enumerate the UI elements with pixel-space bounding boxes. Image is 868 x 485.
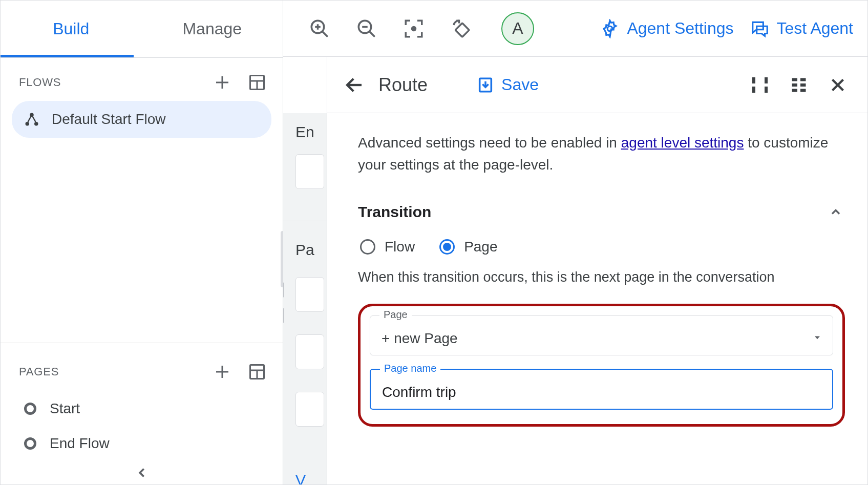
svg-rect-26 [765, 77, 768, 83]
save-label: Save [501, 75, 539, 94]
page-select-field[interactable]: Page + new Page [370, 315, 833, 355]
svg-rect-29 [792, 78, 798, 81]
agent-settings-button[interactable]: Agent Settings [600, 19, 733, 38]
tab-build[interactable]: Build [1, 1, 142, 57]
svg-rect-27 [752, 87, 755, 93]
svg-marker-37 [815, 336, 820, 339]
pages-grid-button[interactable] [247, 362, 267, 382]
flows-title: FLOWS [19, 76, 61, 89]
tab-manage[interactable]: Manage [142, 1, 283, 57]
avatar[interactable]: A [501, 12, 534, 45]
page-name-label: Page name [380, 363, 440, 374]
svg-rect-28 [765, 87, 768, 93]
page-item-end-flow[interactable]: End Flow [19, 426, 267, 461]
svg-line-14 [322, 31, 328, 37]
advanced-settings-notice: Advanced settings need to be enabled in … [358, 132, 845, 176]
svg-rect-30 [800, 78, 806, 81]
agent-settings-label: Agent Settings [627, 19, 733, 38]
canvas-node[interactable] [295, 277, 324, 312]
radio-flow[interactable]: Flow [360, 239, 415, 255]
route-panel: Route Save [327, 57, 867, 484]
svg-point-6 [26, 122, 30, 126]
zoom-in-button[interactable] [307, 16, 332, 41]
transition-section-title: Transition [358, 203, 431, 221]
page-item-label: End Flow [50, 435, 110, 452]
test-agent-label: Test Agent [777, 19, 853, 38]
page-item-label: Start [50, 400, 80, 417]
page-select-value: + new Page [382, 330, 458, 347]
svg-rect-21 [455, 23, 469, 37]
transition-type-radio-group: Flow Page [358, 239, 845, 255]
toolbar: A Agent Settings Test Agent [283, 1, 867, 57]
flow-icon [24, 112, 39, 127]
page-name-input[interactable] [382, 384, 822, 400]
minimize-button[interactable] [789, 75, 809, 95]
flows-grid-button[interactable] [247, 72, 267, 93]
flow-item-label: Default Start Flow [52, 111, 166, 128]
canvas-view-link[interactable]: V [295, 472, 306, 484]
save-icon [477, 76, 494, 94]
canvas-node[interactable] [295, 334, 324, 369]
test-agent-button[interactable]: Test Agent [750, 19, 853, 38]
highlighted-region: Page + new Page Page name [358, 304, 845, 427]
zoom-out-button[interactable] [354, 16, 379, 41]
radio-page-label: Page [464, 239, 497, 255]
pages-section: PAGES Start [1, 343, 283, 461]
close-button[interactable] [828, 75, 848, 95]
svg-point-7 [34, 122, 38, 126]
svg-rect-33 [792, 89, 798, 92]
sidebar-tabs: Build Manage [1, 1, 283, 58]
back-button[interactable] [343, 73, 366, 97]
canvas-node[interactable] [295, 392, 324, 427]
transition-description: When this transition occurs, this is the… [358, 269, 845, 285]
page-bullet-icon [24, 403, 36, 415]
canvas-preview: En Pa V [283, 57, 327, 484]
page-item-start[interactable]: Start [19, 391, 267, 426]
expand-button[interactable] [750, 75, 770, 95]
flows-section: FLOWS Default Start Flow [1, 58, 283, 138]
flow-item-default-start[interactable]: Default Start Flow [12, 101, 271, 138]
svg-rect-32 [800, 83, 806, 87]
svg-point-20 [412, 27, 416, 30]
collapse-transition-button[interactable] [827, 203, 845, 221]
svg-line-18 [369, 31, 375, 37]
chat-icon [750, 19, 770, 38]
canvas-node[interactable] [295, 154, 324, 189]
page-select-label: Page [379, 309, 412, 321]
add-flow-button[interactable] [212, 72, 232, 93]
panel-header: Route Save [327, 57, 867, 113]
pages-title: PAGES [19, 365, 59, 378]
radio-page[interactable]: Page [439, 239, 497, 255]
fit-view-button[interactable] [401, 16, 427, 41]
panel-resize-handle[interactable] [283, 282, 285, 323]
gear-icon [600, 19, 620, 38]
radio-flow-label: Flow [385, 239, 415, 255]
agent-level-settings-link[interactable]: agent level settings [621, 135, 744, 151]
svg-rect-34 [800, 89, 806, 92]
add-page-button[interactable] [212, 362, 232, 382]
panel-title: Route [378, 74, 428, 96]
dropdown-caret-icon [812, 332, 822, 345]
svg-rect-25 [752, 77, 755, 83]
canvas-label: En [295, 123, 314, 141]
canvas-label: Pa [295, 241, 314, 259]
page-name-field[interactable]: Page name [370, 369, 833, 410]
sidebar-collapse-button[interactable] [1, 461, 283, 484]
reset-rotation-button[interactable] [448, 16, 474, 41]
save-button[interactable]: Save [477, 75, 539, 94]
sidebar-divider [1, 156, 283, 343]
sidebar: Build Manage FLOWS [1, 1, 283, 484]
page-bullet-icon [24, 437, 36, 450]
svg-rect-31 [792, 83, 798, 87]
